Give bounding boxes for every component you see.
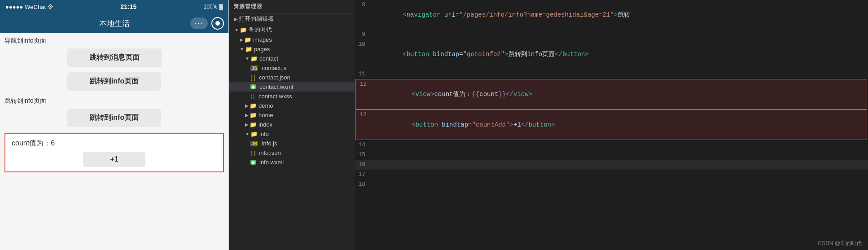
pages-label: pages [254, 46, 270, 53]
images-folder-icon: 📁 [244, 36, 251, 43]
line-code-10: <button bindtap="gotoInfo2">跳转到info页面</b… [373, 39, 868, 69]
btn-text-13: +1 [513, 121, 521, 128]
template-end-12: }} [498, 91, 506, 98]
index-folder[interactable]: ▶ 📁 index [229, 120, 355, 129]
line-code-12: <view>count值为：{{count}}</view> [374, 79, 867, 109]
contact-json-file[interactable]: {·} contact.json [229, 73, 355, 82]
bracket-close-10: > [504, 51, 508, 58]
line-number-14: 14 [355, 140, 373, 150]
code-editor-panel: 8 <navigator url="/pages/info/info?name=… [355, 0, 868, 250]
jump-to-info-btn-2[interactable]: 跳转到info页面 [67, 109, 161, 127]
info-json-icon: {·} [250, 150, 255, 156]
contact-wxss-label: contact.wxss [259, 93, 292, 100]
contact-wxml-file[interactable]: ◈ contact.wxml [229, 82, 355, 92]
wxml-file-icon: ◈ [250, 84, 256, 89]
code-editor: 8 <navigator url="/pages/info/info?name=… [355, 0, 868, 250]
contact-arrow-icon: ▼ [245, 56, 250, 61]
btn-text-10: 跳转到info页面 [509, 51, 555, 58]
images-label: images [253, 36, 272, 43]
line-number-9: 9 [355, 30, 373, 39]
count-add-btn-row: +1 [12, 152, 217, 167]
jump-to-msg-btn[interactable]: 跳转到消息页面 [67, 48, 162, 67]
info-wxml-label: info.wxml [259, 159, 284, 166]
info-folder-label: info [259, 131, 269, 137]
tag-button-13: button [415, 121, 438, 128]
demo-folder-icon: 📁 [250, 102, 257, 109]
signal-dots: ●●●●● [5, 4, 23, 10]
bottom-credit: CSDN @哥的时代 [818, 240, 862, 247]
code-line-11: 11 [355, 69, 868, 79]
open-editor-item[interactable]: ▶ 打开的编辑器 [229, 13, 355, 24]
bracket-end-10: </ [555, 51, 562, 58]
phone-title-controls: ··· [190, 17, 224, 30]
tag-close-btn-13: button [529, 121, 551, 128]
line-number-16: 16 [355, 160, 373, 170]
info-folder[interactable]: ▼ 📁 info [229, 129, 355, 139]
contact-js-label: contact.js [262, 65, 286, 71]
phone-status-bar: ●●●●● WeChat 令 21:15 100% ▓ [0, 0, 228, 13]
line-number-13: 13 [356, 110, 374, 120]
line-code-13: <button bindtap="countAdd">+1</button> [374, 110, 867, 140]
images-arrow-icon: ▶ [240, 37, 243, 42]
root-folder-icon: 📁 [240, 26, 247, 33]
pages-folder-icon: 📁 [245, 46, 252, 53]
js-file-icon: JS [250, 66, 258, 71]
count-add-button[interactable]: +1 [83, 152, 145, 167]
home-label: home [259, 112, 273, 118]
demo-arrow-icon: ▶ [245, 103, 249, 108]
contact-js-file[interactable]: JS contact.js [229, 63, 355, 73]
images-folder[interactable]: ▶ 📁 images [229, 35, 355, 44]
info-js-icon: JS [250, 141, 258, 146]
contact-wxss-file[interactable]: ⟨⟩ contact.wxss [229, 92, 355, 101]
attr-bindtap-13: bindtap [442, 121, 468, 128]
code-line-12: 12 <view>count值为：{{count}}</view> [355, 79, 867, 110]
count-var-12: count [479, 91, 498, 98]
btn-row-info2: 跳转到info页面 [0, 106, 228, 130]
index-folder-icon: 📁 [250, 121, 257, 128]
info-arrow-icon: ▼ [245, 132, 250, 136]
phone-panel: ●●●●● WeChat 令 21:15 100% ▓ 本地生活 ··· 导航到… [0, 0, 229, 250]
pages-folder[interactable]: ▼ 📁 pages [229, 44, 355, 54]
code-line-18: 18 [355, 180, 868, 189]
index-label: index [259, 121, 272, 128]
record-btn[interactable] [211, 17, 224, 30]
home-folder-icon: 📁 [250, 112, 257, 118]
nav-info-label-2: 跳转到info页面 [0, 93, 228, 106]
nav-text-8: 跳转 [618, 11, 630, 18]
wifi-icon: 令 [48, 3, 53, 11]
info-wxml-icon: ◈ [250, 160, 256, 165]
info-js-label: info.js [262, 140, 277, 147]
info-js-file[interactable]: JS info.js [229, 139, 355, 148]
eq-10: = [459, 51, 463, 58]
jump-to-info-btn-1[interactable]: 跳转到info页面 [67, 72, 161, 91]
contact-json-label: contact.json [259, 74, 290, 81]
demo-folder[interactable]: ▶ 📁 demo [229, 101, 355, 110]
code-line-9: 9 [355, 30, 868, 39]
bindtap-val-10: "gotoInfo2" [463, 51, 504, 58]
status-time: 21:15 [120, 3, 136, 10]
contact-folder[interactable]: ▼ 📁 contact [229, 54, 355, 63]
more-btn[interactable]: ··· [190, 18, 208, 29]
record-inner [215, 21, 220, 26]
root-folder[interactable]: ▼ 📁 哥的时代 [229, 24, 355, 35]
code-line-16: 16 [355, 160, 868, 170]
home-folder[interactable]: ▶ 📁 home [229, 110, 355, 120]
contact-wxml-label: contact.wxml [259, 83, 293, 90]
home-arrow-icon: ▶ [245, 113, 249, 118]
count-label: count值为：6 [12, 139, 217, 148]
info-json-file[interactable]: {·} info.json [229, 148, 355, 158]
attr-url: url [444, 11, 456, 18]
template-start-12: {{ [472, 91, 479, 98]
json-file-icon: {·} [250, 75, 255, 81]
info-wxml-file[interactable]: ◈ info.wxml [229, 158, 355, 167]
phone-content: 导航到info页面 跳转到消息页面 跳转到info页面 跳转到info页面 跳转… [0, 33, 228, 250]
bracket-open-10: < [403, 51, 406, 58]
phone-status-left: ●●●●● WeChat 令 [5, 3, 53, 11]
bracket-open-12: < [404, 91, 415, 98]
info-json-label: info.json [259, 149, 281, 156]
attr-bindtap-10: bindtap [433, 51, 459, 58]
bracket-open-8: < [403, 11, 406, 18]
code-line-15: 15 [355, 150, 868, 160]
code-line-8: 8 <navigator url="/pages/info/info?name=… [355, 0, 868, 30]
contact-folder-icon: 📁 [250, 55, 258, 62]
